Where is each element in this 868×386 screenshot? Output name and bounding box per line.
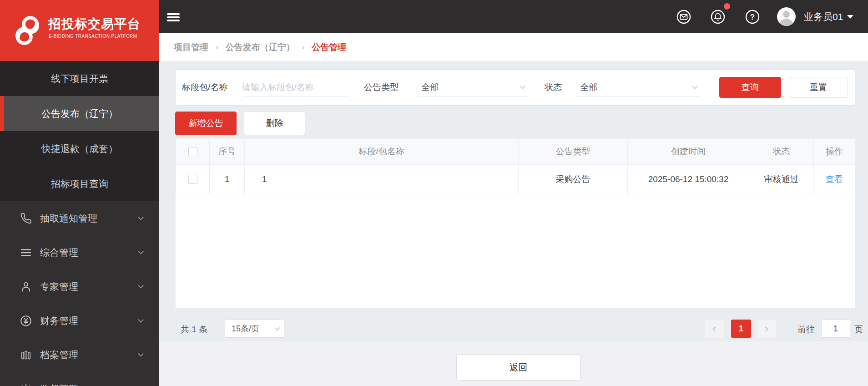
col-name: 标段/包名称	[245, 139, 519, 165]
chevron-down-icon	[138, 214, 144, 220]
platform-subtitle: E-BIDDING TRANSACTION PLATFORM	[49, 34, 137, 39]
chevron-down-icon	[138, 249, 144, 254]
announcement-table-card: 序号 标段/包名称 公告类型 创建时间 状态 操作 1 1 采购公告 2025-…	[175, 138, 855, 308]
current-page-button[interactable]: 1	[731, 320, 751, 338]
goto-page-input[interactable]	[821, 320, 850, 338]
row-select-cell	[176, 165, 210, 194]
chevron-down-icon	[138, 351, 144, 357]
chevron-down-icon	[138, 283, 144, 289]
col-type: 公告类型	[519, 139, 628, 165]
row-name: 1	[245, 165, 519, 194]
name-filter-label: 标段包/名称	[182, 81, 227, 93]
platform-title: 招投标交易平台	[48, 15, 141, 33]
add-announcement-button[interactable]: 新增公告	[175, 112, 237, 135]
breadcrumb-separator-icon: ›	[302, 43, 305, 52]
platform-logo-icon	[12, 10, 43, 51]
svg-text:?: ?	[750, 13, 755, 21]
sidebar-item-supervision-warning[interactable]: 监督预警	[0, 372, 159, 386]
type-filter-select[interactable]: 全部	[417, 78, 528, 97]
status-filter-label: 状态	[545, 81, 562, 93]
breadcrumb-item-announce-publish[interactable]: 公告发布（辽宁）	[226, 41, 295, 53]
goto-page-label: 前往	[797, 324, 815, 335]
sidebar-item-extract-notice-mgmt[interactable]: 抽取通知管理	[0, 201, 159, 235]
page-size-value: 15条/页	[232, 323, 259, 334]
avatar-head	[783, 11, 790, 18]
user-icon	[20, 281, 32, 293]
notification-badge	[724, 3, 730, 10]
status-filter-select[interactable]: 全部	[575, 78, 701, 97]
row-type: 采购公告	[519, 165, 628, 194]
sidebar-item-label: 综合管理	[40, 246, 78, 259]
select-all-checkbox[interactable]	[188, 147, 197, 156]
sidebar-item-quick-refund[interactable]: 快捷退款（成套）	[0, 131, 159, 166]
col-status: 状态	[749, 139, 814, 165]
app-root: ? 业务员01 招投标交易平台 E-BIDDING TRANSACTION PL…	[0, 0, 868, 386]
sidebar-submenu-group: 线下项目开票 公告发布（辽宁） 快捷退款（成套） 招标项目查询	[0, 61, 159, 201]
next-page-button[interactable]: ›	[757, 320, 776, 338]
sidebar-item-finance-mgmt[interactable]: 财务管理	[0, 304, 159, 338]
row-status: 审核通过	[749, 165, 814, 194]
phone-icon	[20, 213, 32, 224]
chevron-down-icon	[692, 83, 698, 89]
col-created: 创建时间	[628, 139, 749, 165]
chevron-down-icon	[520, 83, 525, 89]
status-filter-value: 全部	[580, 81, 597, 93]
menu-toggle-icon[interactable]	[167, 13, 180, 21]
query-button[interactable]: 查询	[719, 77, 781, 98]
sidebar-item-label: 财务管理	[40, 315, 78, 327]
sidebar-item-announce-publish[interactable]: 公告发布（辽宁）	[0, 96, 159, 131]
table-toolbar: 新增公告 删除	[175, 112, 305, 135]
sidebar-item-label: 监督预警	[40, 383, 78, 386]
top-bar: ? 业务员01	[159, 0, 868, 33]
back-button[interactable]: 返回	[456, 354, 580, 381]
col-action: 操作	[814, 139, 855, 165]
user-avatar[interactable]	[777, 7, 796, 26]
help-icon[interactable]: ?	[745, 9, 760, 25]
breadcrumb-item-project-mgmt[interactable]: 项目管理	[174, 41, 208, 53]
type-filter-value: 全部	[421, 81, 439, 93]
table-header-row: 序号 标段/包名称 公告类型 创建时间 状态 操作	[176, 139, 855, 165]
select-all-cell	[176, 139, 210, 165]
logo-block: 招投标交易平台 E-BIDDING TRANSACTION PLATFORM	[0, 0, 159, 61]
col-seq: 序号	[210, 139, 245, 165]
page-size-select[interactable]: 15条/页	[225, 320, 284, 338]
delete-button[interactable]: 删除	[244, 112, 305, 135]
chevron-down-icon	[274, 325, 280, 331]
page-unit-label: 页	[854, 324, 863, 335]
user-dropdown-caret-icon[interactable]	[847, 15, 853, 19]
yuan-circle-icon	[20, 315, 32, 327]
reset-button[interactable]: 重置	[789, 77, 848, 98]
row-action-cell: 查看	[814, 165, 855, 194]
list-icon	[20, 247, 32, 259]
archive-icon	[20, 349, 32, 361]
table-row: 1 1 采购公告 2025-06-12 15:00:32 审核通过 查看	[176, 165, 855, 194]
sidebar-item-archive-mgmt[interactable]: 档案管理	[0, 338, 159, 372]
announcement-table: 序号 标段/包名称 公告类型 创建时间 状态 操作 1 1 采购公告 2025-…	[176, 138, 855, 194]
notification-bell-icon[interactable]	[710, 9, 726, 25]
breadcrumb: 项目管理 › 公告发布（辽宁） › 公告管理	[159, 33, 868, 61]
row-checkbox[interactable]	[188, 175, 197, 184]
type-filter-label: 公告类型	[364, 81, 399, 93]
filter-panel: 标段包/名称 公告类型 全部 状态 全部 查询 重置	[175, 69, 855, 106]
sidebar: 线下项目开票 公告发布（辽宁） 快捷退款（成套） 招标项目查询 抽取通知管理 综…	[0, 61, 159, 386]
mail-icon[interactable]	[676, 9, 691, 25]
breadcrumb-separator-icon: ›	[216, 43, 218, 52]
sidebar-item-offline-invoice[interactable]: 线下项目开票	[0, 61, 159, 96]
prev-page-button[interactable]: ‹	[705, 320, 724, 338]
sidebar-item-label: 抽取通知管理	[40, 212, 97, 225]
sidebar-item-bid-project-query[interactable]: 招标项目查询	[0, 166, 159, 201]
pagination-total: 共 1 条	[181, 324, 207, 335]
alarm-icon	[20, 383, 32, 386]
sidebar-item-label: 专家管理	[40, 280, 78, 293]
sidebar-item-comprehensive-mgmt[interactable]: 综合管理	[0, 235, 159, 269]
avatar-body	[780, 19, 792, 26]
username-label[interactable]: 业务员01	[804, 10, 843, 23]
row-created: 2025-06-12 15:00:32	[628, 165, 749, 194]
view-link[interactable]: 查看	[826, 174, 843, 184]
sidebar-item-expert-mgmt[interactable]: 专家管理	[0, 269, 159, 304]
sidebar-item-label: 档案管理	[40, 349, 78, 361]
chevron-down-icon	[138, 317, 144, 323]
breadcrumb-item-announce-mgmt: 公告管理	[312, 41, 346, 53]
name-filter-input[interactable]	[242, 82, 350, 92]
name-filter-field	[242, 78, 350, 97]
